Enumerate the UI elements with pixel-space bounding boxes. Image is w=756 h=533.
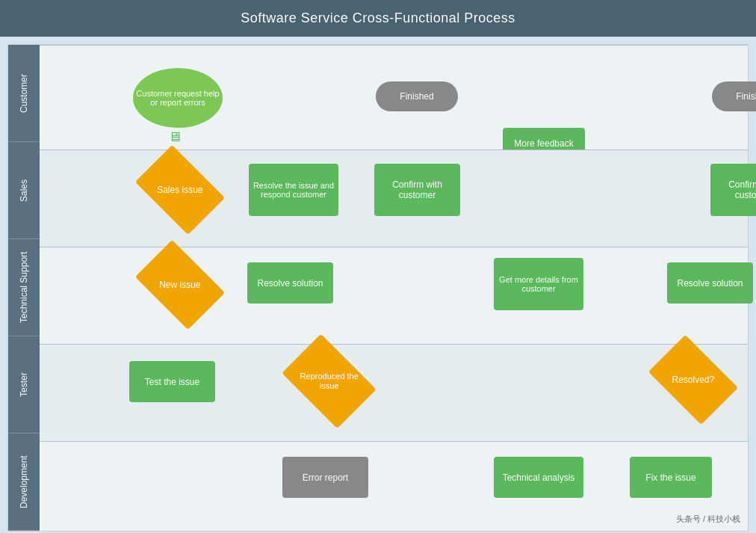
customer-request-shape: Customer request help or report errors: [133, 68, 223, 128]
finished-1-label: Finished: [400, 91, 433, 102]
confirm-customer-2-label: Confirm with customer: [710, 179, 756, 200]
test-issue-shape: Test the issue: [129, 361, 215, 402]
diagram-container: Customer Sales Technical Support Tester …: [7, 44, 749, 532]
lane-label-customer: Customer: [8, 45, 40, 142]
fix-issue-shape: Fix the issue: [630, 457, 712, 498]
finished-2-shape: Finished: [712, 81, 756, 111]
finished-2-label: Finished: [736, 91, 756, 102]
development-lane: Error report Technical analysis Fix the …: [40, 441, 748, 531]
watermark: 头条号 / 科技小栈: [676, 514, 740, 525]
error-report-shape: Error report: [282, 457, 368, 498]
reproduced-issue-shape: Reproduced the issue: [282, 334, 377, 429]
computer-icon: 🖥: [168, 129, 182, 145]
lane-label-tester: Tester: [8, 336, 40, 434]
sales-lane: Sales issue Resolve the issue and respon…: [40, 150, 748, 247]
lane-label-sales: Sales: [8, 142, 40, 239]
get-more-details-label: Get more details from customer: [494, 275, 583, 293]
lane-label-technical-support: Technical Support: [8, 239, 40, 336]
technical-analysis-shape: Technical analysis: [494, 457, 583, 498]
confirm-customer-2-shape: Confirm with customer: [710, 164, 756, 216]
resolve-solution-1-label: Resolve solution: [257, 278, 323, 289]
resolve-solution-2-label: Resolve solution: [677, 278, 743, 289]
resolve-respond-shape: Resolve the issue and respond customer: [249, 164, 338, 216]
technical-analysis-label: Technical analysis: [503, 472, 575, 483]
lanes-content: Yes No No: [40, 45, 748, 531]
test-issue-label: Test the issue: [145, 377, 199, 387]
confirm-customer-1-label: Confirm with customer: [374, 179, 460, 200]
customer-lane: Customer request help or report errors 🖥…: [40, 45, 748, 150]
customer-request-label: Customer request help or report errors: [133, 86, 223, 110]
resolved-label: Resolved?: [660, 375, 727, 385]
reproduced-issue-label: Reproduced the issue: [296, 372, 363, 391]
resolved-shape: Resolved?: [648, 335, 738, 425]
diagram-title: Software Service Cross-Functional Proces…: [0, 0, 756, 37]
resolve-respond-label: Resolve the issue and respond customer: [249, 181, 338, 199]
title-text: Software Service Cross-Functional Proces…: [241, 10, 515, 25]
sales-issue-shape: Sales issue: [135, 145, 225, 235]
sales-issue-label: Sales issue: [146, 185, 214, 195]
fix-issue-label: Fix the issue: [645, 472, 695, 483]
confirm-customer-1-shape: Confirm with customer: [374, 164, 460, 216]
more-feedback-label: More feedback: [514, 138, 573, 149]
resolve-solution-2-shape: Resolve solution: [667, 262, 753, 304]
tester-lane: Test the issue Reproduced the issue Reso…: [40, 344, 748, 441]
new-issue-label: New issue: [146, 280, 214, 290]
finished-1-shape: Finished: [376, 81, 458, 111]
lane-label-development: Development: [8, 434, 40, 531]
technical-support-lane: New issue Resolve solution Get more deta…: [40, 247, 748, 344]
new-issue-shape: New issue: [135, 240, 225, 330]
error-report-label: Error report: [303, 472, 348, 483]
resolve-solution-1-shape: Resolve solution: [247, 262, 333, 304]
lane-labels: Customer Sales Technical Support Tester …: [8, 45, 40, 531]
get-more-details-shape: Get more details from customer: [494, 258, 583, 310]
